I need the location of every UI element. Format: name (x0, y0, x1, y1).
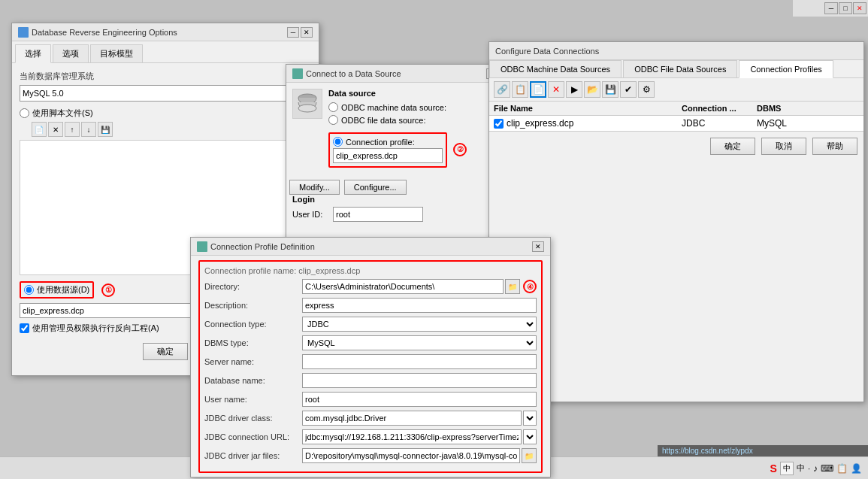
tab-select[interactable]: 选择 (15, 44, 51, 63)
cpd-jdbcdriver-input[interactable]: com.mysql.jdbc.Driver (302, 411, 522, 426)
config-tabbar: ODBC Machine Data Sources ODBC File Data… (489, 60, 863, 78)
music-icon: ♪ (813, 463, 818, 474)
use-script-radio[interactable] (20, 108, 29, 118)
modify-configure-row: Modify... Configure... (286, 180, 518, 195)
cpd-red-outline: Connection profile name: clip_express.dc… (198, 260, 543, 473)
toolbar-icon-1[interactable]: 🔗 (494, 81, 510, 98)
login-section: Login User ID: root (286, 195, 518, 230)
config-help-btn[interactable]: 帮助 (812, 138, 857, 155)
configure-btn[interactable]: Configure... (344, 180, 407, 195)
cpd-username-input[interactable]: root (302, 392, 537, 407)
connect-datasource-title: Connect to a Data Source (292, 68, 401, 79)
user-id-input[interactable]: root (333, 207, 423, 222)
config-list: File Name Connection ... DBMS clip_expre… (489, 102, 863, 131)
use-datasource-radio-label[interactable]: 使用数据源(D) (24, 284, 89, 296)
cpd-jdbcurl-input[interactable]: jdbc:mysql://192.168.1.211:3306/clip-exp… (302, 429, 522, 444)
config-tab-odbc-machine[interactable]: ODBC Machine Data Sources (489, 60, 622, 77)
connect-datasource-icon (292, 68, 303, 79)
cpd-jdbcurl-label: JDBC connection URL: (204, 432, 302, 441)
cpd-jdbcdriver-select[interactable]: ▼ (523, 411, 537, 426)
clipboard-icon: 📋 (836, 463, 848, 474)
cpd-description-input[interactable]: express (302, 298, 537, 313)
odbc-machine-radio[interactable] (328, 102, 338, 112)
close-btn[interactable]: ✕ (853, 2, 866, 14)
person-icon: 👤 (851, 463, 862, 474)
configure-data-title: Configure Data Connections (495, 47, 599, 56)
config-cancel-btn[interactable]: 取消 (761, 138, 806, 155)
conn-profile-box: Connection profile: clip_express.dcp (328, 132, 447, 168)
toolbar-icon-new[interactable]: 📄 (530, 81, 546, 98)
connect-datasource-titlebar: Connect to a Data Source ? ✕ (286, 65, 518, 83)
odbc-file-radio[interactable] (328, 115, 338, 125)
toolbar-icon-7[interactable]: 💾 (602, 81, 618, 98)
db-reverse-minimize[interactable]: ─ (287, 27, 299, 38)
col-connection-header: Connection ... (682, 104, 757, 113)
table-row[interactable]: clip_express.dcp JDBC MySQL (489, 116, 863, 131)
config-tab-conn-profiles[interactable]: Connection Profiles (739, 60, 833, 78)
cpd-directory-row: Directory: C:\Users\Administrator\Docume… (204, 279, 537, 294)
cpd-servername-input[interactable] (302, 354, 537, 369)
config-ok-btn[interactable]: 确定 (710, 138, 755, 155)
config-tab-odbc-file[interactable]: ODBC File Data Sources (623, 60, 737, 77)
cpd-name-row: Connection profile name: clip_express.dc… (204, 266, 537, 275)
configure-data-titlebar: Configure Data Connections (489, 42, 863, 60)
conn-profile-def-title: Connection Profile Definition (197, 241, 315, 252)
cpd-jdbcurl-select[interactable]: ▼ (523, 429, 537, 444)
row-dbms: MySQL (757, 118, 817, 129)
script-down-btn[interactable]: ↓ (81, 122, 96, 137)
cpd-jdbcurl-row: JDBC connection URL: jdbc:mysql://192.16… (204, 429, 537, 444)
cpd-dbmstype-select[interactable]: MySQL (302, 335, 537, 350)
annotation-2: ② (453, 143, 467, 156)
odbc-file-radio-label[interactable]: ODBC file data source: (328, 115, 512, 125)
cpd-jar-browse-btn[interactable]: 📁 (522, 448, 537, 463)
lang-icon[interactable]: 中 (797, 462, 805, 474)
conn-profile-radio-label[interactable]: Connection profile: (333, 137, 443, 147)
cpd-conntype-label: Connection type: (204, 320, 302, 329)
tab-options[interactable]: 选项 (53, 44, 89, 62)
toolbar-icon-2[interactable]: 📋 (512, 81, 528, 98)
use-datasource-radio[interactable] (24, 285, 34, 295)
use-script-radio-label[interactable]: 使用脚本文件(S) (20, 108, 311, 119)
conn-profile-input[interactable]: clip_express.dcp (333, 148, 443, 163)
odbc-machine-radio-label[interactable]: ODBC machine data source: (328, 102, 512, 112)
row-filename: clip_express.dcp (494, 118, 682, 129)
cpd-dbmstype-label: DBMS type: (204, 338, 302, 347)
script-delete-btn[interactable]: ✕ (48, 122, 63, 137)
toolbar-icon-5[interactable]: ▶ (566, 81, 582, 98)
cpd-browse-btn[interactable]: 📁 (505, 279, 520, 294)
row-checkbox[interactable] (494, 119, 504, 129)
cpd-close[interactable]: ✕ (532, 241, 544, 252)
toolbar-icon-6[interactable]: 📂 (584, 81, 600, 98)
db-reverse-confirm-btn[interactable]: 确定 (143, 343, 188, 360)
keyboard-icon: ⌨ (821, 463, 833, 474)
cpd-dbname-input[interactable] (302, 373, 537, 388)
config-toolbar: 🔗 📋 📄 ✕ ▶ 📂 💾 ✔ ⚙ (489, 78, 863, 102)
cpd-dir-row: C:\Users\Administrator\Documents\ 📁 (302, 279, 520, 294)
minimize-btn[interactable]: ─ (824, 2, 838, 14)
cpd-jdbcdriver-row: JDBC driver class: com.mysql.jdbc.Driver… (204, 411, 537, 426)
cpd-directory-input[interactable]: C:\Users\Administrator\Documents\ (302, 279, 504, 294)
current-db-input[interactable]: MySQL 5.0 (20, 85, 298, 102)
script-up-btn[interactable]: ↑ (65, 122, 80, 137)
cpd-content: Connection profile name: clip_express.dc… (191, 256, 550, 477)
db-reverse-close[interactable]: ✕ (301, 27, 313, 38)
tab-target-model[interactable]: 目标模型 (90, 44, 143, 62)
conn-profile-radio[interactable] (333, 137, 343, 147)
toolbar-icon-8[interactable]: ✔ (620, 81, 637, 98)
cpd-jdbcjar-input[interactable]: D:\repository\mysql\mysql-connector-java… (302, 448, 520, 463)
cpd-jdbcjar-label: JDBC driver jar files: (204, 451, 302, 460)
cpd-directory-label: Directory: (204, 282, 302, 291)
toolbar-icon-delete[interactable]: ✕ (548, 81, 564, 98)
conn-profile-def-titlebar: Connection Profile Definition ✕ (191, 238, 550, 256)
user-id-row: User ID: root (292, 207, 512, 222)
admin-checkbox[interactable] (20, 323, 29, 333)
cpd-dbmstype-row: DBMS type: MySQL (204, 335, 537, 350)
script-save-btn[interactable]: 💾 (98, 122, 113, 137)
cpd-username-label: User name: (204, 395, 302, 404)
script-add-btn[interactable]: 📄 (32, 122, 47, 137)
cpd-conntype-select[interactable]: JDBC (302, 317, 537, 332)
maximize-btn[interactable]: □ (839, 2, 852, 14)
lang-cn[interactable]: 中 (780, 462, 794, 475)
toolbar-icon-9[interactable]: ⚙ (638, 81, 655, 98)
modify-btn[interactable]: Modify... (289, 180, 340, 195)
